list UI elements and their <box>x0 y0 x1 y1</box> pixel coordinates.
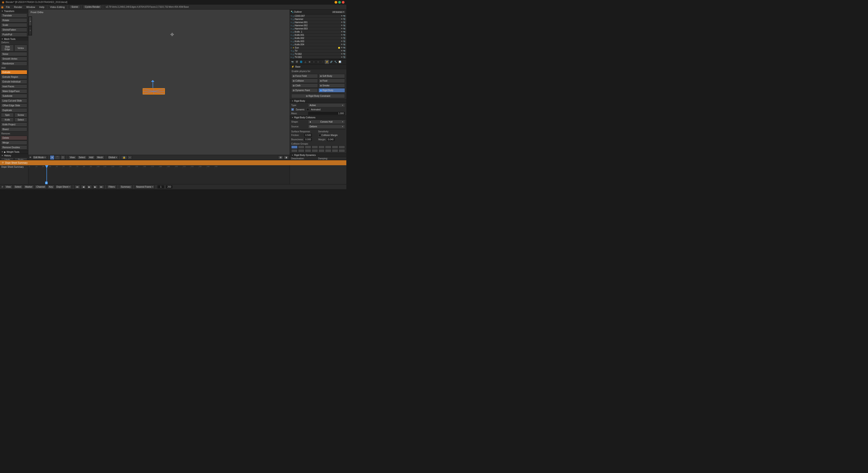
render-icon[interactable]: 📷 <box>343 43 345 45</box>
group-btn-7[interactable] <box>332 145 338 149</box>
eye-icon[interactable]: 👁 <box>341 15 343 17</box>
eye-icon[interactable]: 👁 <box>341 31 343 33</box>
eye-icon[interactable]: 👁 <box>341 21 343 23</box>
dynamic-checkbox[interactable] <box>291 108 294 111</box>
merge-button[interactable]: Merge <box>1 140 27 145</box>
push-pull-button[interactable]: Push/Pull <box>1 32 27 37</box>
outliner-item-sun[interactable]: ▷ ☀ Sun 👁 📷 <box>290 46 346 49</box>
eye-icon[interactable]: 👁 <box>341 37 343 39</box>
mesh-btn[interactable]: Mesh <box>96 156 104 159</box>
viewport[interactable]: T N Front Ortho <box>28 9 290 160</box>
tl-marker-btn[interactable]: Marker <box>24 185 34 189</box>
group-btn-2[interactable] <box>298 145 304 149</box>
selected-object[interactable] <box>143 88 165 95</box>
shape-dropdown[interactable]: ● Convex Hull <box>308 120 345 124</box>
bounciness-value[interactable]: 0.000 <box>304 138 312 141</box>
scale-button[interactable]: Scale <box>1 23 27 27</box>
maximize-button[interactable] <box>338 1 341 4</box>
smooth-vertex-button[interactable]: Smooth Vertex <box>1 57 27 61</box>
extrude-individual-button[interactable]: Extrude Individual <box>1 79 27 84</box>
props-tab-texture[interactable]: □ <box>316 60 320 64</box>
props-tab-physics[interactable]: ⚡ <box>325 60 329 64</box>
group-btn-10[interactable] <box>298 149 304 152</box>
weight-tools-title[interactable]: ▶ Weight Tools <box>0 150 28 154</box>
translate-button[interactable]: Translate <box>1 13 27 18</box>
render-icon[interactable]: 📷 <box>343 18 345 20</box>
smoke-btn[interactable]: Smoke <box>318 83 345 88</box>
delete-button[interactable]: Delete <box>1 136 27 140</box>
props-tab-data[interactable]: 📊 <box>338 60 342 64</box>
type-dropdown[interactable]: Active <box>308 103 345 107</box>
group-btn-14[interactable] <box>325 149 331 152</box>
outliner-item-knife1[interactable]: ▷ △ Knife .1 👁 📷 <box>290 30 346 34</box>
dynamic-paint-btn[interactable]: Dynamic Paint <box>291 88 318 93</box>
render-icon[interactable]: 📷 <box>343 50 345 52</box>
group-btn-11[interactable] <box>305 149 311 152</box>
eye-icon[interactable]: 👁 <box>341 43 343 45</box>
start-frame[interactable]: 1 <box>157 185 164 189</box>
outliner-item-cd03[interactable]: ▽ △ CD03.007 👁 📷 <box>290 14 346 18</box>
extrude-region-button[interactable]: Extrude Region <box>1 75 27 79</box>
collisions-section-title[interactable]: Rigid Body Collisions <box>290 115 346 120</box>
tl-summary-btn[interactable]: Summary <box>119 185 132 189</box>
slide-edge-button[interactable]: Slide Edge <box>1 45 14 52</box>
duplicate-button[interactable]: Duplicate <box>1 108 27 112</box>
undo-button[interactable]: Undo <box>1 158 14 160</box>
outliner-item-hammer001[interactable]: ▷ △ Hammer.001 👁 📷 <box>290 21 346 24</box>
spin-button[interactable]: Spin <box>1 113 14 117</box>
select-btn[interactable]: Select <box>78 156 87 159</box>
proportional-edit[interactable]: ○ <box>127 156 132 159</box>
view-btn[interactable]: View <box>68 156 76 159</box>
outliner-item-knife003[interactable]: ▷ △ Knife.003 👁 📷 <box>290 40 346 43</box>
render-icon[interactable]: 📷 <box>343 28 345 30</box>
render-engine[interactable]: Cycles Render <box>83 5 102 9</box>
tl-play-next-btn[interactable]: ▶ <box>93 185 98 189</box>
render-icon[interactable]: 📷 <box>343 15 345 17</box>
rigid-body-constraint-btn[interactable]: Rigid Body Constraint <box>291 94 345 98</box>
collision-btn[interactable]: Collision <box>291 79 318 83</box>
rigid-body-section-title[interactable]: Rigid Body <box>290 99 346 103</box>
render-icon[interactable]: 📷 <box>343 47 345 49</box>
eye-icon[interactable]: 👁 <box>341 25 343 27</box>
knife-project-button[interactable]: Knife Project <box>1 123 27 127</box>
knife-button[interactable]: Knife <box>1 117 14 122</box>
render-icon[interactable]: 📷 <box>343 40 345 42</box>
offset-edge-slide-button[interactable]: Offset Edge Slide <box>1 103 27 108</box>
menu-help[interactable]: Help <box>37 5 46 9</box>
mesh-tools-title[interactable]: Mesh Tools <box>0 37 28 41</box>
group-btn-3[interactable] <box>305 145 311 149</box>
shrink-fatten-button[interactable]: Shrink/Fatten <box>1 28 27 32</box>
tl-channel-btn[interactable]: Channel <box>35 185 46 189</box>
vertex-button[interactable]: Vertex <box>14 45 27 52</box>
props-tab-material[interactable]: ○ <box>312 60 316 64</box>
source-dropdown[interactable]: Deform <box>308 125 345 129</box>
rigid-body-btn[interactable]: Rigid Body <box>318 88 345 93</box>
tl-filters-btn[interactable]: Filters <box>107 185 116 189</box>
eye-icon[interactable]: 👁 <box>341 50 343 52</box>
render-icon[interactable]: 📷 <box>343 31 345 33</box>
tl-play-prev-btn[interactable]: ◀ <box>81 185 86 189</box>
group-btn-5[interactable] <box>318 145 325 149</box>
render-icon[interactable]: 📷 <box>343 53 345 55</box>
group-btn-1[interactable] <box>291 145 298 149</box>
inset-faces-button[interactable]: Inset Faces <box>1 84 27 89</box>
shading-btn[interactable]: ◑ <box>283 156 289 159</box>
dynamics-section-title[interactable]: Rigid Body Dynamics <box>290 153 346 157</box>
cloth-btn[interactable]: Cloth <box>291 83 318 88</box>
tl-select-btn[interactable]: Select <box>13 185 23 189</box>
remove-doubles-button[interactable]: Remove Doubles <box>1 145 27 149</box>
tl-play-start-btn[interactable]: ⏮ <box>74 185 80 189</box>
global-dropdown[interactable]: Global <box>107 156 118 159</box>
menu-window[interactable]: Window <box>25 5 37 9</box>
noise-button[interactable]: Noise <box>1 52 27 56</box>
group-btn-16[interactable] <box>339 149 345 152</box>
tl-view-btn[interactable]: View <box>4 185 12 189</box>
rotate-button[interactable]: Rotate <box>1 18 27 23</box>
vertex-mode-btn[interactable]: ● <box>50 155 55 160</box>
minimize-button[interactable] <box>335 1 337 4</box>
eye-icon[interactable]: 👁 <box>341 40 343 42</box>
tl-play-end-btn[interactable]: ⏭ <box>99 185 104 189</box>
outliner-item-hammer003[interactable]: ▷ △ Hammer.003 👁 📷 <box>290 27 346 30</box>
tl-key-btn[interactable]: Key <box>48 185 55 189</box>
props-tab-constraints[interactable]: 🔗 <box>329 60 333 64</box>
